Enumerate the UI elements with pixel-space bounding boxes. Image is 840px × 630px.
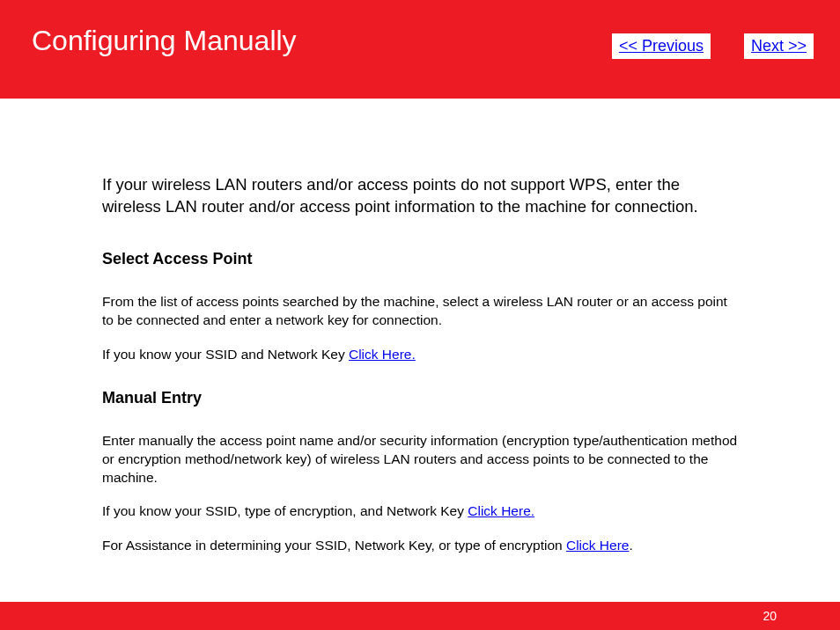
ssid-networkkey-link[interactable]: Click Here. bbox=[349, 347, 416, 362]
section2-para3-prefix: For Assistance in determining your SSID,… bbox=[102, 538, 566, 553]
ssid-encryption-networkkey-link[interactable]: Click Here. bbox=[468, 503, 534, 518]
section2-para2-prefix: If you know your SSID, type of encryptio… bbox=[102, 503, 468, 518]
next-button[interactable]: Next >> bbox=[744, 33, 814, 59]
section1-para2-prefix: If you know your SSID and Network Key bbox=[102, 347, 349, 362]
page-title: Configuring Manually bbox=[32, 25, 297, 57]
nav-buttons: << Previous Next >> bbox=[612, 33, 814, 59]
section-heading-manual-entry: Manual Entry bbox=[102, 389, 738, 407]
previous-button[interactable]: << Previous bbox=[612, 33, 711, 59]
section2-para1: Enter manually the access point name and… bbox=[102, 432, 738, 487]
page-number: 20 bbox=[763, 609, 777, 623]
section-heading-select-access-point: Select Access Point bbox=[102, 250, 738, 268]
section1-para2: If you know your SSID and Network Key Cl… bbox=[102, 346, 738, 364]
header-bar: Configuring Manually << Previous Next >> bbox=[0, 0, 840, 99]
section2-para3-suffix: . bbox=[629, 538, 632, 553]
footer-bar: 20 bbox=[0, 602, 840, 630]
content-area: If your wireless LAN routers and/or acce… bbox=[0, 99, 840, 555]
assistance-link[interactable]: Click Here bbox=[566, 538, 629, 553]
section1-para1: From the list of access points searched … bbox=[102, 293, 738, 330]
section2-para3: For Assistance in determining your SSID,… bbox=[102, 537, 738, 555]
intro-text: If your wireless LAN routers and/or acce… bbox=[102, 174, 738, 218]
section2-para2: If you know your SSID, type of encryptio… bbox=[102, 502, 738, 521]
